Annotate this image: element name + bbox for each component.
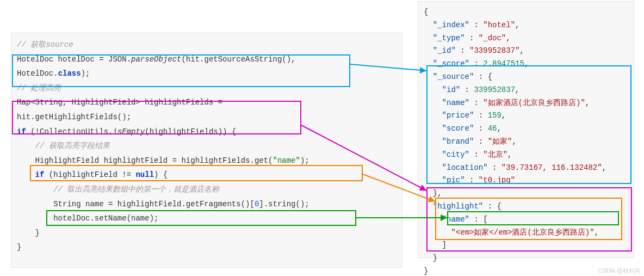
code-line: HotelDoc.class); (17, 69, 90, 78)
code-line: Map<String, HighlightField> highlightFie… (17, 98, 222, 107)
code-line: hotelDoc.setName(name); (53, 214, 158, 223)
json-result-block: { "_index" : "hotel", "_type" : "_doc", … (418, 1, 634, 258)
code-line: if (highlightField != null) { (35, 170, 168, 179)
comment: // 取出高亮结果数组中的第一个，就是酒店名称 (53, 185, 219, 194)
watermark: CSDN @秋刈兵 (598, 267, 641, 275)
code-line: HotelDoc hotelDoc = JSON.parseObject(hit… (17, 55, 296, 64)
comment: // 获取source (17, 40, 73, 49)
code-line: HighlightField highlightField = highligh… (35, 156, 309, 165)
comment: // 获取高亮字段结果 (35, 142, 110, 150)
code-line: if (!CollectionUtils.isEmpty(highlightFi… (17, 127, 236, 136)
comment: // 处理高亮 (17, 84, 61, 93)
code-line: } (35, 229, 40, 237)
code-line: hit.getHighlightFields(); (17, 113, 131, 121)
code-line: String name = highlightField.getFragment… (53, 200, 309, 208)
java-code-block: // 获取source HotelDoc hotelDoc = JSON.par… (11, 33, 403, 268)
code-line: } (17, 243, 21, 252)
